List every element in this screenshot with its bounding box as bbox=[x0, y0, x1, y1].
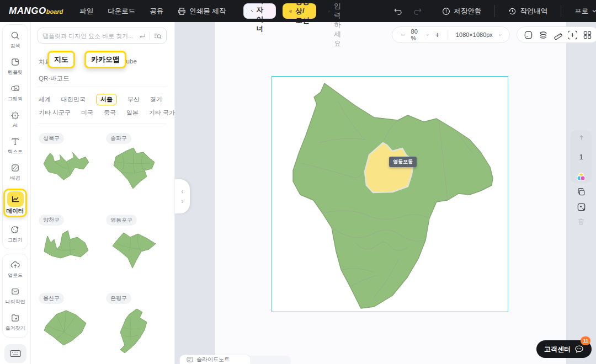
resource-searchbox bbox=[38, 28, 167, 44]
customer-center-button[interactable]: 고객센터 11 bbox=[536, 340, 592, 358]
ruler-icon[interactable] bbox=[554, 30, 563, 40]
sidebar-item-graphics[interactable]: 그래픽 bbox=[3, 79, 28, 106]
redo-button[interactable] bbox=[413, 7, 422, 16]
chevron-down-icon[interactable] bbox=[498, 33, 502, 38]
advanced-search-icon[interactable] bbox=[153, 32, 162, 40]
plan-label: 프로 bbox=[574, 7, 588, 16]
tab-kakaomap-highlighted[interactable]: 카카오맵 bbox=[84, 51, 126, 68]
video-motion-button[interactable]: 동영상/모션 bbox=[283, 3, 316, 19]
page-color-button[interactable] bbox=[573, 170, 589, 184]
filter-usa[interactable]: 미국 bbox=[81, 109, 93, 117]
map-region-tooltip: 영등포동 bbox=[389, 157, 417, 167]
document-title-input[interactable]: 제목을 입력하세요 bbox=[328, 0, 348, 49]
logo-sub: board bbox=[46, 8, 63, 15]
chat-bubble-icon bbox=[574, 345, 584, 354]
chevron-down-icon[interactable] bbox=[426, 33, 429, 38]
menu-download[interactable]: 다운로드 bbox=[108, 7, 135, 16]
chevron-right-icon[interactable]: › bbox=[182, 199, 184, 204]
sidebar-label: 그래픽 bbox=[8, 95, 23, 103]
sticker-note-icon[interactable] bbox=[524, 30, 533, 40]
filter-korea[interactable]: 대한민국 bbox=[61, 95, 86, 104]
layers-icon[interactable] bbox=[539, 30, 548, 40]
sidebar-item-text[interactable]: 텍스트 bbox=[3, 132, 28, 159]
draw-icon bbox=[10, 224, 20, 235]
thumb-label: 양천구 bbox=[39, 215, 64, 226]
document-title-placeholder: 제목을 입력하세요 bbox=[334, 0, 347, 49]
copy-icon bbox=[577, 188, 586, 197]
export-page-button[interactable] bbox=[573, 200, 589, 214]
thumb-label: 영등포구 bbox=[106, 215, 137, 226]
chevron-down-icon bbox=[592, 8, 596, 14]
canvas-size-value: 1080×1080px bbox=[456, 31, 493, 38]
zoom-level: 80 % bbox=[411, 28, 421, 41]
sidebar-item-favorites[interactable]: 즐겨찾기 bbox=[3, 309, 28, 335]
sidebar-item-ai[interactable]: AI bbox=[3, 106, 28, 132]
plan-dropdown[interactable]: 프로 bbox=[574, 7, 596, 16]
sidebar-item-background[interactable]: 배경 bbox=[3, 159, 28, 185]
menu-share[interactable]: 공유 bbox=[150, 7, 163, 16]
sidebar-item-template[interactable]: 템플릿 bbox=[3, 53, 28, 79]
design-artboard[interactable]: 영등포동 bbox=[272, 76, 508, 312]
canvas-tools bbox=[517, 26, 596, 43]
delete-page-button[interactable] bbox=[573, 215, 589, 229]
grid-view-icon[interactable] bbox=[583, 30, 592, 40]
menu-print[interactable]: 인쇄물 제작 bbox=[178, 7, 226, 16]
district-map-shape bbox=[106, 146, 161, 196]
sidebar-item-my-work[interactable]: 나의작업 bbox=[3, 282, 28, 309]
slide-note-tab[interactable]: 슬라이드노트 bbox=[179, 355, 251, 364]
background-icon bbox=[10, 163, 20, 173]
motion-icon bbox=[289, 7, 292, 15]
zoom-in-button[interactable]: + bbox=[435, 30, 440, 39]
yeongdeungpo-map-graphic[interactable] bbox=[272, 77, 507, 311]
top-bar: MANGO board 파일 다운로드 공유 인쇄물 제작 AI 디자이너 동영… bbox=[0, 0, 596, 22]
focus-frame-icon[interactable] bbox=[568, 30, 577, 40]
save-status[interactable]: 저장안함 bbox=[442, 7, 481, 16]
filter-japan[interactable]: 일본 bbox=[126, 109, 139, 117]
note-lines-icon bbox=[187, 357, 193, 362]
sidebar-label: AI bbox=[13, 122, 18, 128]
sidebar-label: 그리기 bbox=[8, 237, 23, 244]
video-motion-label: 동영상/모션 bbox=[295, 0, 309, 25]
filter-china[interactable]: 중국 bbox=[104, 109, 116, 117]
printer-icon bbox=[178, 7, 186, 15]
map-thumb-yongsan[interactable]: 용산구 bbox=[39, 292, 102, 358]
chevron-left-icon[interactable]: ‹ bbox=[182, 189, 184, 194]
panel-collapse-handle[interactable]: ‹ › bbox=[175, 179, 190, 213]
sidebar-item-data[interactable]: 데이터 bbox=[3, 189, 28, 217]
sparkle-icon bbox=[251, 7, 253, 15]
map-thumb-yangcheon[interactable]: 양천구 bbox=[39, 214, 102, 275]
filter-other-countries[interactable]: 기타 국가 bbox=[149, 109, 175, 117]
sidebar-item-draw[interactable]: 그리기 bbox=[3, 221, 28, 247]
map-thumb-eunpyeong[interactable]: 은평구 bbox=[106, 292, 169, 358]
zoom-out-button[interactable]: − bbox=[400, 30, 406, 39]
mangoboard-logo[interactable]: MANGO board bbox=[9, 6, 63, 17]
data-icon-box bbox=[7, 191, 24, 207]
filter-gyeonggi[interactable]: 경기 bbox=[150, 95, 162, 104]
tab-qr-barcode[interactable]: QR·바코드 bbox=[39, 74, 70, 83]
filter-seoul-selected[interactable]: 서울 bbox=[96, 94, 117, 105]
undo-button[interactable] bbox=[393, 7, 403, 16]
duplicate-page-button[interactable] bbox=[573, 185, 589, 199]
filter-other-districts[interactable]: 기타 시군구 bbox=[39, 109, 71, 117]
sidebar-item-upload[interactable]: 업로드 bbox=[3, 256, 28, 282]
resource-search-input[interactable] bbox=[42, 33, 135, 39]
filter-world[interactable]: 세계 bbox=[39, 95, 51, 104]
thumb-label: 송파구 bbox=[106, 133, 131, 144]
search-return-icon[interactable] bbox=[139, 32, 146, 40]
filter-busan[interactable]: 부산 bbox=[127, 95, 140, 104]
zoom-controls: − 80 % + 1080×1080px bbox=[392, 26, 510, 43]
undo-icon bbox=[393, 7, 403, 16]
map-thumb-songpa[interactable]: 송파구 bbox=[106, 132, 169, 196]
district-map-shape bbox=[106, 306, 161, 358]
map-thumb-seongbuk[interactable]: 성북구 bbox=[39, 132, 102, 196]
menu-file[interactable]: 파일 bbox=[79, 7, 93, 16]
sidebar-item-search[interactable]: 검색 bbox=[3, 26, 28, 53]
work-history-button[interactable]: 작업내역 bbox=[508, 7, 547, 16]
map-thumb-yeongdeungpo[interactable]: 영등포구 bbox=[106, 214, 169, 275]
text-icon bbox=[10, 136, 20, 147]
page-up-icon[interactable] bbox=[578, 135, 584, 141]
ai-chip-icon bbox=[10, 110, 20, 121]
ai-designer-button[interactable]: AI 디자이너 bbox=[243, 3, 276, 19]
tab-map-highlighted[interactable]: 지도 bbox=[47, 51, 75, 68]
shortcut-keyboard-button[interactable] bbox=[4, 344, 26, 363]
